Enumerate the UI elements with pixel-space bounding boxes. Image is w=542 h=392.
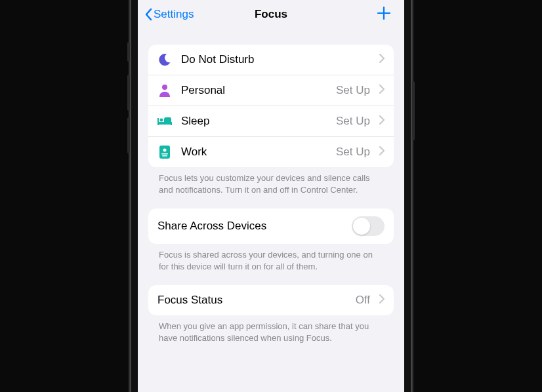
- svg-rect-8: [157, 122, 172, 125]
- row-label: Focus Status: [157, 294, 346, 307]
- chevron-left-icon: [144, 8, 152, 21]
- chevron-right-icon: [379, 146, 385, 158]
- phone-side-button: [127, 75, 130, 111]
- chevron-right-icon: [379, 85, 385, 96]
- row-label: Work: [181, 146, 327, 159]
- chevron-right-icon: [379, 54, 385, 66]
- chevron-right-icon: [379, 294, 385, 306]
- share-across-devices-toggle[interactable]: [352, 216, 385, 236]
- focus-modes-group: Do Not Disturb Personal Set Up: [148, 45, 394, 167]
- svg-point-11: [160, 119, 163, 122]
- phone-side-button: [412, 81, 415, 140]
- svg-point-7: [162, 85, 167, 90]
- svg-rect-14: [161, 153, 168, 155]
- focus-status-row[interactable]: Focus Status Off: [148, 285, 394, 315]
- back-label: Settings: [154, 8, 194, 21]
- chevron-right-icon: [379, 115, 385, 127]
- focus-row-sleep[interactable]: Sleep Set Up: [148, 106, 394, 136]
- group-footer: When you give an app permission, it can …: [148, 315, 394, 343]
- content: Do Not Disturb Personal Set Up: [138, 45, 404, 343]
- focus-row-do-not-disturb[interactable]: Do Not Disturb: [148, 45, 394, 75]
- svg-rect-12: [159, 146, 170, 159]
- svg-rect-9: [157, 118, 159, 125]
- svg-rect-15: [162, 155, 167, 157]
- row-label: Share Across Devices: [157, 220, 343, 233]
- iphone-frame: 9:41 Settings Focus: [130, 0, 412, 392]
- share-across-devices-row: Share Across Devices: [148, 208, 394, 244]
- row-trail: Set Up: [336, 84, 370, 97]
- phone-side-button: [127, 42, 130, 62]
- back-button[interactable]: Settings: [144, 8, 194, 21]
- person-icon: [157, 83, 172, 98]
- nav-bar: Settings Focus: [138, 0, 404, 31]
- row-trail: Off: [356, 294, 370, 307]
- add-button[interactable]: [374, 5, 394, 24]
- group-footer: Focus is shared across your devices, and…: [148, 244, 394, 272]
- svg-rect-10: [171, 122, 172, 125]
- row-trail: Set Up: [336, 146, 370, 159]
- plus-icon: [377, 6, 391, 20]
- row-label: Personal: [181, 84, 327, 97]
- badge-icon: [157, 145, 172, 159]
- page-title: Focus: [255, 8, 287, 21]
- focus-row-work[interactable]: Work Set Up: [148, 136, 394, 167]
- phone-side-button: [127, 117, 130, 153]
- focus-row-personal[interactable]: Personal Set Up: [148, 75, 394, 106]
- moon-icon: [157, 52, 172, 67]
- row-trail: Set Up: [336, 115, 370, 128]
- row-label: Sleep: [181, 115, 327, 128]
- group-footer: Focus lets you customize your devices an…: [148, 167, 394, 195]
- svg-point-13: [163, 149, 167, 152]
- row-label: Do Not Disturb: [181, 53, 361, 66]
- screen: 9:41 Settings Focus: [138, 0, 404, 392]
- share-across-devices-group: Share Across Devices: [148, 208, 394, 244]
- focus-status-group: Focus Status Off: [148, 285, 394, 315]
- bed-icon: [157, 114, 172, 128]
